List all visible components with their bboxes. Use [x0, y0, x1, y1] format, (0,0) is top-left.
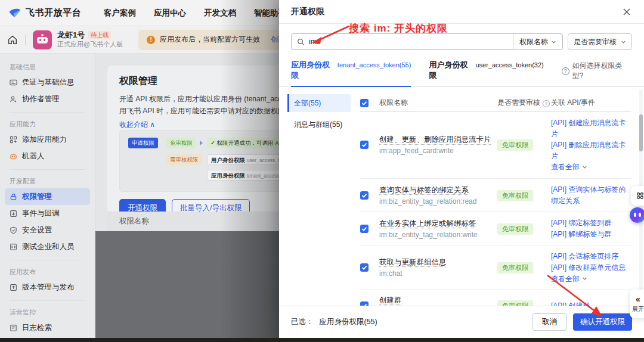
open-permission-drawer: 开通权限 im: 权限名称 是否需要审核 应用身份权限 tenant_acces… — [279, 0, 644, 338]
row-checkbox[interactable] — [360, 141, 369, 149]
row-checkbox[interactable] — [360, 263, 369, 272]
api-link[interactable]: [API] 解绑标签与群 — [551, 229, 631, 240]
confirm-open-permission-button[interactable]: 确认开通权限 — [573, 313, 632, 331]
permission-name[interactable]: 创建群 — [379, 296, 493, 306]
api-link[interactable]: [API] 创建群 — [551, 300, 631, 306]
drawer-footer: 已选： 应用身份权限(55) 取消 确认开通权限 — [279, 306, 644, 338]
event-callback-icon — [10, 210, 17, 217]
see-all-link[interactable]: 查看全部 — [551, 273, 631, 285]
review-tag: 免审权限 — [497, 139, 533, 151]
review-tag: 免审权限 — [497, 190, 533, 201]
api-link[interactable]: [API] 创建应用消息流卡片 — [551, 117, 631, 139]
sidebar-item-logs[interactable]: 日志检索 — [5, 319, 90, 336]
sidebar-section-publish: 应用发布 — [0, 265, 95, 279]
review-filter-dropdown[interactable]: 是否需要审核 — [568, 33, 632, 50]
divider — [10, 300, 85, 301]
nav-item-cases[interactable]: 客户案例 — [104, 8, 136, 18]
warning-icon: ! — [147, 36, 155, 44]
logo-text: 飞书开放平台 — [26, 7, 81, 18]
search-input[interactable]: im: 权限名称 — [291, 33, 563, 50]
robot-icon — [10, 153, 17, 160]
sidebar: 基础信息 凭证与基础信息 协作者管理 应用能力 添加应用能力 机器人 开发配置 — [0, 54, 95, 342]
ai-assistant-bubble[interactable] — [630, 207, 644, 223]
api-link[interactable]: [API] 绑定标签到群 — [551, 217, 631, 229]
sidebar-item-credentials[interactable]: 凭证与基础信息 — [5, 74, 90, 91]
category-im[interactable]: 消息与群组(55) — [287, 116, 351, 133]
chevron-down-icon — [551, 39, 556, 45]
nav-item-docs[interactable]: 开发文档 — [204, 8, 236, 18]
sidebar-item-bot[interactable]: 机器人 — [5, 148, 90, 164]
drawer-title: 开通权限 — [291, 7, 324, 17]
feishu-logo[interactable]: 飞书开放平台 — [8, 7, 81, 19]
row-checkbox[interactable] — [360, 301, 369, 306]
permission-table: 权限名称 是否需要审核? 关联 API/事件 创建、更新、删除应用消息流卡片im… — [360, 94, 631, 306]
drawer-body: 全部(55) 消息与群组(55) 权限名称 是否需要审核? 关联 API/事件 … — [279, 87, 644, 306]
permission-code: im:chat — [379, 269, 493, 278]
column-api: 关联 API/事件 — [551, 97, 631, 108]
tab-tenant-token[interactable]: 应用身份权限 tenant_access_token(55) — [291, 56, 411, 86]
expand-panel-widget[interactable]: « 展开 — [630, 290, 644, 318]
table-row: 在业务实体上绑定或解绑标签im:biz_entity_tag_relation:… — [360, 212, 631, 245]
sidebar-item-version-publish[interactable]: 版本管理与发布 — [5, 279, 90, 296]
api-link[interactable]: [API] 修改群菜单元信息 — [551, 262, 631, 273]
table-header-row: 权限名称 是否需要审核? 关联 API/事件 — [360, 94, 631, 112]
select-all-checkbox[interactable] — [360, 99, 369, 107]
home-icon[interactable] — [7, 35, 18, 45]
review-tag: 免审权限 — [497, 223, 533, 235]
scrollbar-thumb[interactable] — [639, 114, 643, 151]
selected-value: 应用身份权限(55) — [320, 317, 377, 327]
upload-box-icon — [10, 284, 17, 291]
floating-apps-widget[interactable] — [631, 186, 644, 206]
api-link[interactable]: [API] 删除应用消息流卡片 — [551, 139, 631, 161]
annotation-text: 搜索 im: 开头的权限 — [349, 21, 448, 35]
tab-user-token[interactable]: 用户身份权限 user_access_token(32) — [429, 56, 543, 86]
table-row: 获取与更新群组信息im:chat 免审权限 [API] 会话标签页排序 [API… — [360, 245, 631, 290]
sidebar-item-security[interactable]: 安全设置 — [5, 222, 90, 238]
sidebar-item-permissions[interactable]: 权限管理 — [5, 188, 90, 205]
column-name: 权限名称 — [379, 98, 497, 108]
search-icon — [297, 38, 305, 46]
category-all[interactable]: 全部(55) — [287, 94, 351, 112]
sidebar-item-events[interactable]: 事件与回调 — [5, 205, 90, 222]
double-chevron-left-icon: « — [636, 295, 640, 303]
row-checkbox[interactable] — [360, 191, 369, 200]
permission-name[interactable]: 查询实体与标签的绑定关系 — [379, 185, 493, 195]
divider — [25, 35, 26, 45]
nav-item-appcenter[interactable]: 应用中心 — [154, 8, 186, 18]
shield-check-icon — [10, 226, 17, 234]
app-name: 龙虾1号 — [57, 30, 85, 40]
code-box-icon — [10, 243, 17, 251]
row-checkbox[interactable] — [360, 225, 369, 233]
permission-name[interactable]: 创建、更新、删除应用消息流卡片 — [379, 135, 493, 145]
sidebar-item-test-org[interactable]: 测试企业和人员 — [5, 238, 90, 255]
screen: 飞书开放平台 客户案例 应用中心 开发文档 智能助手 AI 开发 龙虾1号 待上 — [0, 0, 644, 342]
chevron-down-icon — [582, 164, 587, 170]
api-link[interactable]: [API] 查询实体与标签的绑定关系 — [551, 184, 631, 206]
close-icon[interactable] — [621, 7, 632, 17]
alert-text: 应用发布后，当前配置方可生效 — [160, 35, 260, 45]
permission-type-tabs: 应用身份权限 tenant_access_token(55) 用户身份权限 us… — [279, 56, 644, 87]
permission-code: im:biz_entity_tag_relation:read — [379, 197, 493, 206]
search-field-selector[interactable]: 权限名称 — [513, 34, 562, 49]
review-tag: 免审权限 — [497, 262, 533, 273]
flow-apply-chip: 申请权限 — [128, 138, 158, 148]
drawer-header: 开通权限 — [279, 0, 644, 24]
grid-plus-icon — [10, 136, 17, 144]
permission-name[interactable]: 在业务实体上绑定或解绑标签 — [379, 219, 493, 229]
sidebar-item-add-capability[interactable]: 添加应用能力 — [5, 131, 90, 148]
divider — [10, 112, 85, 113]
sidebar-item-collaborators[interactable]: 协作者管理 — [5, 91, 90, 107]
api-link[interactable]: [API] 会话标签页排序 — [551, 251, 631, 262]
category-list: 全部(55) 消息与群组(55) — [287, 94, 351, 306]
help-link[interactable]: ? 如何选择权限类型? — [562, 61, 632, 86]
cancel-button[interactable]: 取消 — [532, 313, 567, 331]
flow-review-chip: 需审核权限 — [166, 154, 202, 165]
app-avatar[interactable] — [33, 30, 52, 49]
column-review: 是否需要审核? — [497, 98, 551, 108]
question-circle-icon: ? — [562, 67, 569, 75]
dimmed-content-area — [95, 231, 279, 338]
permission-name[interactable]: 获取与更新群组信息 — [379, 257, 493, 268]
table-row: 创建、更新、删除应用消息流卡片im:app_feed_card:write 免审… — [360, 112, 631, 179]
see-all-link[interactable]: 查看全部 — [551, 161, 631, 173]
divider — [10, 260, 85, 260]
